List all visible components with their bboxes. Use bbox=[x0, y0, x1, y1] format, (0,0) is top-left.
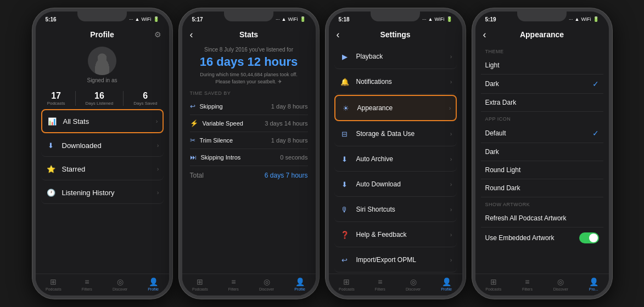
tab-discover-label-1: Discover bbox=[113, 287, 127, 291]
icon-option-round-light[interactable]: Round Light bbox=[481, 161, 603, 179]
total-label: Total bbox=[190, 172, 204, 179]
history-icon: 🕐 bbox=[46, 187, 57, 198]
back-button-3[interactable]: ‹ bbox=[337, 29, 340, 41]
tab-profile-label-1: Profile bbox=[148, 287, 159, 291]
chevron-icon-storage: › bbox=[450, 130, 452, 137]
tab-profile-3[interactable]: 👤 Profile bbox=[441, 277, 452, 291]
menu-item-downloaded[interactable]: ⬇ Downloaded › bbox=[41, 134, 164, 157]
siri-icon: 🎙 bbox=[339, 203, 351, 215]
theme-option-light[interactable]: Light bbox=[481, 56, 603, 75]
settings-text-import-export: Import/Export OPML bbox=[356, 256, 450, 264]
stat-days-saved: 6 Days Saved bbox=[133, 91, 157, 106]
tab-discover-1[interactable]: ◎ Discover bbox=[113, 277, 127, 291]
page-title-settings: Settings bbox=[380, 30, 410, 39]
skipping-text: Skipping bbox=[200, 103, 223, 110]
tab-filters-icon-2: ≡ bbox=[231, 277, 236, 286]
tab-filters-2[interactable]: ≡ Filters bbox=[228, 277, 239, 291]
stat-label-podcasts: Podcasts bbox=[47, 101, 65, 106]
tab-filters-label-4: Filters bbox=[522, 287, 533, 291]
status-icons-2: ··· ▲ WiFi 🔋 bbox=[276, 16, 305, 22]
appearance-icon: ☀ bbox=[340, 102, 352, 114]
settings-text-auto-download: Auto Download bbox=[356, 180, 450, 188]
tab-podcasts-2[interactable]: ⊞ Podcasts bbox=[192, 277, 208, 291]
tab-profile-1[interactable]: 👤 Profile bbox=[148, 277, 159, 291]
stat-row-trim-silence: ✂ Trim Silence 1 day 8 hours bbox=[190, 132, 308, 149]
artwork-refresh-option[interactable]: Refresh All Podcast Artwork bbox=[481, 209, 603, 228]
stat-row-left-intros: ⏭ Skipping Intros bbox=[190, 154, 241, 161]
settings-item-siri[interactable]: 🎙 Siri Shortcuts › bbox=[334, 197, 457, 222]
icon-option-dark[interactable]: Dark bbox=[481, 143, 603, 161]
skipping-intros-text: Skipping Intros bbox=[201, 154, 241, 161]
planes-text: During which time 50,44,684 planes took … bbox=[190, 71, 308, 85]
nav-header-2: ‹ Stats bbox=[182, 25, 316, 44]
phone-stats: 5:17 ··· ▲ WiFi 🔋 ‹ Stats Since 8 July 2… bbox=[179, 8, 319, 299]
settings-item-notifications[interactable]: 🔔 Notifications › bbox=[334, 70, 457, 94]
embedded-artwork-toggle[interactable] bbox=[579, 232, 599, 243]
help-icon: ❓ bbox=[339, 229, 351, 241]
theme-light-text: Light bbox=[485, 61, 599, 69]
phone-appearance: 5:19 ··· ▲ WiFi 🔋 ‹ Appearance THEME Lig… bbox=[472, 8, 612, 299]
status-time-4: 5:19 bbox=[485, 16, 496, 22]
icon-option-round-dark[interactable]: Round Dark bbox=[481, 179, 603, 197]
menu-text-downloaded: Downloaded bbox=[62, 141, 157, 150]
total-value: 6 days 7 hours bbox=[265, 172, 308, 179]
tab-filters-1[interactable]: ≡ Filters bbox=[82, 277, 92, 291]
stat-number-podcasts: 17 bbox=[51, 91, 61, 101]
stat-podcasts: 17 Podcasts bbox=[47, 91, 65, 106]
icon-round-light-text: Round Light bbox=[485, 166, 599, 174]
tab-podcasts-icon-2: ⊞ bbox=[197, 277, 203, 286]
gear-icon[interactable]: ⚙ bbox=[154, 30, 161, 39]
menu-item-starred[interactable]: ⭐ Starred › bbox=[41, 158, 164, 180]
tab-discover-icon-3: ◎ bbox=[410, 277, 417, 286]
tab-profile-2[interactable]: 👤 Profile bbox=[294, 277, 305, 291]
stat-row-skipping-intros: ⏭ Skipping Intros 0 seconds bbox=[190, 149, 308, 166]
tab-profile-label-2: Profile bbox=[294, 287, 305, 291]
back-button-2[interactable]: ‹ bbox=[190, 29, 193, 41]
menu-item-listening-history[interactable]: 🕐 Listening History › bbox=[41, 181, 164, 204]
chevron-icon-playback: › bbox=[450, 53, 452, 60]
tab-filters-4[interactable]: ≡ Filters bbox=[522, 277, 533, 291]
show-artwork-section-header: SHOW ARTWORK bbox=[481, 197, 603, 209]
tab-profile-icon-3: 👤 bbox=[442, 277, 451, 286]
stat-divider-1 bbox=[75, 91, 76, 106]
menu-item-all-stats[interactable]: 📊 All Stats › bbox=[41, 109, 164, 133]
settings-item-playback[interactable]: ▶ Playback › bbox=[334, 44, 457, 69]
status-bar-1: 5:16 ··· ▲ WiFi 🔋 bbox=[36, 12, 169, 25]
tab-filters-icon-4: ≡ bbox=[525, 277, 529, 286]
chevron-icon-siri: › bbox=[450, 206, 452, 213]
artwork-embedded-toggle-row: Use Embedded Artwork bbox=[481, 228, 603, 248]
tab-profile-4[interactable]: 👤 Pro... bbox=[589, 277, 598, 291]
menu-text-listening-history: Listening History bbox=[62, 189, 157, 197]
tab-podcasts-4[interactable]: ⊞ Podcasts bbox=[485, 277, 501, 291]
tab-discover-2[interactable]: ◎ Discover bbox=[259, 277, 274, 291]
settings-item-appearance[interactable]: ☀ Appearance › bbox=[334, 95, 457, 121]
theme-option-extra-dark[interactable]: Extra Dark bbox=[481, 94, 603, 112]
status-icons-3: ··· ▲ WiFi 🔋 bbox=[422, 16, 452, 22]
tab-podcasts-label-2: Podcasts bbox=[192, 287, 208, 291]
import-export-icon: ↩ bbox=[339, 254, 351, 266]
tab-podcasts-1[interactable]: ⊞ Podcasts bbox=[46, 277, 61, 291]
stat-row-skipping: ↩ Skipping 1 day 8 hours bbox=[190, 98, 308, 115]
settings-list: ▶ Playback › 🔔 Notifications › ☀ Appeara… bbox=[329, 44, 462, 274]
back-button-4[interactable]: ‹ bbox=[483, 29, 486, 41]
theme-dark-text: Dark bbox=[485, 80, 592, 88]
tab-podcasts-3[interactable]: ⊞ Podcasts bbox=[339, 277, 355, 291]
tab-bar-4: ⊞ Podcasts ≡ Filters ◎ Discover 👤 Pro... bbox=[475, 274, 609, 295]
settings-item-import-export[interactable]: ↩ Import/Export OPML › bbox=[334, 248, 457, 272]
settings-item-auto-archive[interactable]: ⬇ Auto Archive › bbox=[334, 147, 457, 172]
tab-discover-3[interactable]: ◎ Discover bbox=[406, 277, 421, 291]
tab-discover-4[interactable]: ◎ Discover bbox=[553, 277, 568, 291]
settings-item-help[interactable]: ❓ Help & Feedback › bbox=[334, 223, 457, 247]
stat-days-listened: 16 Days Listened bbox=[86, 91, 114, 106]
avatar-silhouette bbox=[88, 47, 116, 75]
settings-item-auto-download[interactable]: ⬇ Auto Download › bbox=[334, 172, 457, 197]
notifications-icon: 🔔 bbox=[339, 76, 351, 88]
download-icon: ⬇ bbox=[46, 140, 57, 151]
tab-discover-icon-2: ◎ bbox=[264, 277, 270, 286]
tab-filters-3[interactable]: ≡ Filters bbox=[375, 277, 385, 291]
icon-option-default[interactable]: Default ✓ bbox=[481, 124, 603, 143]
variable-speed-icon: ⚡ bbox=[190, 120, 198, 127]
variable-speed-value: 3 days 14 hours bbox=[265, 120, 307, 127]
settings-item-storage[interactable]: ⊟ Storage & Data Use › bbox=[334, 122, 457, 146]
theme-option-dark[interactable]: Dark ✓ bbox=[481, 75, 603, 94]
